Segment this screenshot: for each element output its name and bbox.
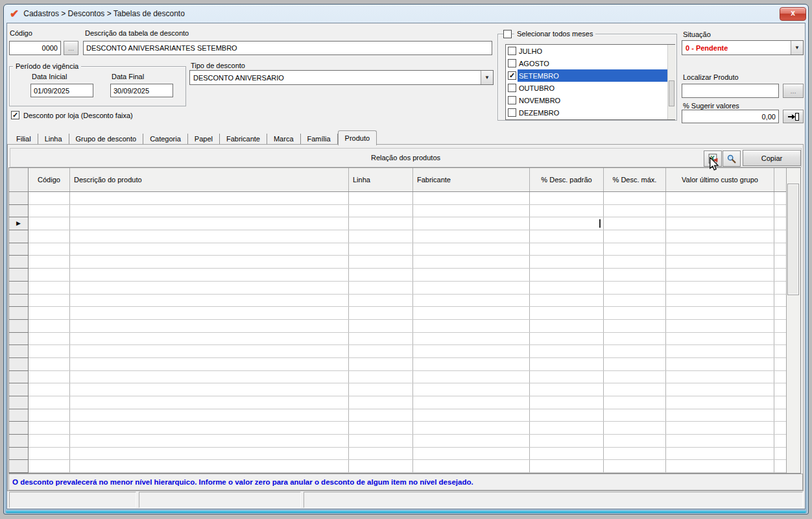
grid-cell[interactable] xyxy=(413,345,530,357)
grid-cell[interactable] xyxy=(604,205,666,217)
grid-cell[interactable] xyxy=(530,307,604,319)
grid-cell[interactable] xyxy=(604,396,666,409)
grid-cell[interactable] xyxy=(70,205,349,217)
column-header-Valor último custo grupo[interactable]: Valor último custo grupo xyxy=(666,168,774,191)
grid-cell[interactable] xyxy=(666,383,774,396)
month-item-outubro[interactable]: OUTUBRO xyxy=(506,82,675,94)
months-list[interactable]: JULHOAGOSTO✓SETEMBROOUTUBRONOVEMBRODEZEM… xyxy=(505,44,675,120)
grid-cell[interactable] xyxy=(413,269,530,281)
grid-cell[interactable] xyxy=(604,448,666,460)
grid-cell[interactable] xyxy=(604,307,666,319)
chevron-down-icon[interactable]: ▼ xyxy=(791,41,803,54)
tab-papel[interactable]: Papel xyxy=(188,134,220,145)
month-checkbox[interactable]: ✓ xyxy=(508,71,516,80)
products-grid[interactable]: CódigoDescrição do produtoLinhaFabricant… xyxy=(8,167,801,474)
column-header-% Desc. padrão[interactable]: % Desc. padrão xyxy=(530,168,604,191)
grid-cell[interactable] xyxy=(29,333,70,345)
grid-cell[interactable] xyxy=(29,409,70,422)
localizar-browse-button[interactable]: ... xyxy=(783,84,804,98)
grid-cell[interactable] xyxy=(530,435,604,447)
grid-cell[interactable] xyxy=(413,383,530,396)
grid-cell[interactable] xyxy=(530,358,604,370)
grid-cell[interactable] xyxy=(29,256,70,268)
grid-cell[interactable] xyxy=(666,371,774,383)
grid-cell[interactable] xyxy=(666,256,774,268)
grid-cell[interactable] xyxy=(349,243,413,256)
grid-cell[interactable] xyxy=(530,333,604,345)
grid-cell[interactable] xyxy=(29,358,70,370)
grid-row[interactable] xyxy=(9,396,786,409)
grid-cell[interactable] xyxy=(604,282,666,294)
grid-row[interactable] xyxy=(9,320,786,333)
grid-cell[interactable] xyxy=(349,307,413,319)
grid-cell[interactable] xyxy=(666,230,774,243)
grid-cell[interactable] xyxy=(530,422,604,434)
grid-cell[interactable] xyxy=(349,448,413,460)
grid-row[interactable] xyxy=(9,307,786,320)
grid-cell[interactable] xyxy=(413,396,530,409)
grid-cell[interactable] xyxy=(530,448,604,460)
grid-cell[interactable] xyxy=(666,307,774,319)
grid-cell[interactable] xyxy=(70,307,349,319)
grid-cell[interactable] xyxy=(413,295,530,307)
search-product-button[interactable] xyxy=(722,151,741,167)
grid-cell[interactable] xyxy=(413,448,530,460)
grid-row[interactable] xyxy=(9,282,786,295)
grid-cell[interactable] xyxy=(29,371,70,383)
grid-cell[interactable] xyxy=(604,460,666,472)
months-scrollbar[interactable] xyxy=(667,45,675,119)
grid-cell[interactable] xyxy=(530,320,604,332)
descricao-input[interactable] xyxy=(83,41,492,55)
grid-cell[interactable] xyxy=(530,409,604,422)
grid-cell[interactable] xyxy=(29,295,70,307)
situacao-combo[interactable]: 0 - Pendente ▼ xyxy=(682,40,804,55)
grid-cell[interactable] xyxy=(604,256,666,268)
grid-cell[interactable] xyxy=(604,383,666,396)
grid-cell[interactable] xyxy=(604,269,666,281)
data-final-input[interactable] xyxy=(110,84,173,97)
grid-cell[interactable] xyxy=(413,409,530,422)
tab-categoria[interactable]: Categoria xyxy=(143,134,188,145)
column-header-Fabricante[interactable]: Fabricante xyxy=(413,168,530,191)
grid-cell[interactable] xyxy=(604,345,666,357)
grid-cell[interactable] xyxy=(604,371,666,383)
grid-cell[interactable] xyxy=(29,396,70,409)
grid-cell[interactable] xyxy=(666,320,774,332)
grid-cell[interactable] xyxy=(349,396,413,409)
grid-row[interactable] xyxy=(9,422,786,435)
grid-cell[interactable] xyxy=(666,435,774,447)
grid-row[interactable] xyxy=(9,358,786,371)
grid-row[interactable] xyxy=(9,383,786,396)
grid-cell[interactable] xyxy=(70,333,349,345)
month-checkbox[interactable] xyxy=(508,47,516,55)
grid-cell[interactable] xyxy=(70,460,349,472)
grid-cell[interactable] xyxy=(29,460,70,472)
grid-cell[interactable] xyxy=(29,422,70,434)
grid-cell[interactable] xyxy=(349,333,413,345)
grid-row[interactable] xyxy=(9,409,786,422)
grid-cell[interactable] xyxy=(413,217,530,230)
grid-cell[interactable] xyxy=(70,435,349,447)
grid-cell[interactable] xyxy=(70,295,349,307)
grid-cell[interactable] xyxy=(604,320,666,332)
grid-cell[interactable] xyxy=(29,230,70,243)
grid-cell[interactable] xyxy=(530,371,604,383)
column-header-Linha[interactable]: Linha xyxy=(349,168,413,191)
grid-cell[interactable] xyxy=(70,448,349,460)
grid-row[interactable] xyxy=(9,435,786,448)
grid-cell[interactable] xyxy=(349,282,413,294)
grid-row[interactable] xyxy=(9,192,786,205)
grid-cell[interactable] xyxy=(70,358,349,370)
grid-vertical-scrollbar[interactable] xyxy=(786,168,800,473)
month-checkbox[interactable] xyxy=(508,108,516,117)
grid-row[interactable] xyxy=(9,345,786,358)
close-button[interactable]: x xyxy=(780,7,806,21)
grid-cell[interactable] xyxy=(604,358,666,370)
grid-cell[interactable] xyxy=(666,333,774,345)
tab-linha[interactable]: Linha xyxy=(38,134,69,145)
grid-cell[interactable] xyxy=(413,358,530,370)
grid-cell[interactable] xyxy=(666,358,774,370)
grid-cell[interactable] xyxy=(666,217,774,230)
tipo-desconto-combo[interactable]: DESCONTO ANIVERSARIO ▼ xyxy=(189,70,494,85)
grid-cell[interactable] xyxy=(29,282,70,294)
